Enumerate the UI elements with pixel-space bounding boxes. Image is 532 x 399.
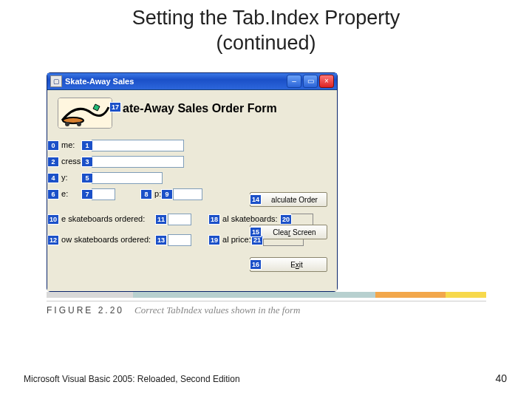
window-icon: ▢ [50, 75, 62, 87]
blue-input[interactable] [168, 214, 191, 225]
calculate-order-button[interactable]: 14 alculate Order [250, 192, 327, 207]
state-input[interactable] [92, 188, 115, 200]
state-label-tabindex-tag: 6 [47, 189, 59, 200]
page-number: 40 [495, 372, 507, 384]
calculate-button-tabindex-tag: 14 [250, 194, 262, 205]
company-logo [58, 98, 112, 129]
maximize-button[interactable]: ▭ [303, 75, 318, 88]
title-line2: (continued) [216, 32, 316, 54]
city-label-tabindex-tag: 4 [47, 173, 59, 183]
zip-label-tabindex-tag: 8 [140, 189, 152, 200]
bar-segment-orange [375, 292, 446, 298]
address-input[interactable] [92, 156, 184, 168]
exit-button-tabindex-tag: 16 [250, 259, 262, 270]
yellow-input-tabindex-tag: 13 [155, 235, 167, 245]
slide-title: Setting the Tab.Index Property (continue… [0, 6, 532, 56]
name-label: me: [61, 140, 75, 149]
window-buttons: – ▭ × [287, 75, 334, 88]
state-label: e: [61, 189, 68, 198]
city-input-tabindex-tag: 5 [81, 173, 93, 183]
price-label: al price: [222, 235, 251, 244]
state-input-tabindex-tag: 7 [81, 189, 93, 200]
window-title: Skate-Away Sales [65, 77, 287, 86]
footer-text: Microsoft Visual Basic 2005: Reloaded, S… [24, 374, 240, 384]
app-window: ▢ Skate-Away Sales – ▭ × 17 ate-Away Sal… [47, 72, 338, 292]
exit-button-label: Exit [274, 261, 303, 269]
name-input-tabindex-tag: 1 [81, 140, 93, 151]
clear-button-tabindex-tag: 15 [250, 227, 262, 237]
blue-input-tabindex-tag: 11 [155, 214, 167, 225]
bar-segment-light [47, 292, 133, 298]
zip-input[interactable] [173, 188, 202, 200]
svg-point-3 [77, 122, 81, 126]
name-label-tabindex-tag: 0 [47, 140, 59, 151]
address-label-tabindex-tag: 2 [47, 157, 59, 167]
total-label: al skateboards: [222, 214, 278, 223]
exit-button[interactable]: 16 Exit [250, 257, 327, 272]
bar-segment-yellow [446, 292, 486, 298]
yellow-input[interactable] [168, 234, 191, 246]
name-input[interactable] [92, 140, 184, 151]
decorative-color-bar [47, 292, 486, 298]
total-output [291, 214, 313, 225]
svg-point-2 [65, 122, 69, 126]
address-label: cress: [61, 157, 83, 166]
calculate-button-label: alculate Order [259, 196, 318, 204]
zip-input-tabindex-tag: 9 [161, 189, 173, 200]
total-label-tabindex-tag: 18 [208, 214, 220, 225]
clear-button-label: Clear Screen [261, 228, 316, 236]
form-heading: ate-Away Sales Order Form [123, 102, 277, 115]
blue-label-tabindex-tag: 10 [47, 214, 59, 225]
yellow-label: ow skateboards ordered: [61, 235, 151, 244]
figure-label: FIGURE 2.20 [47, 305, 124, 316]
yellow-label-tabindex-tag: 12 [47, 235, 59, 245]
figure-caption-strip: FIGURE 2.20 Correct TabIndex values show… [47, 292, 486, 316]
form-client-area: 17 ate-Away Sales Order Form 0 me: 1 2 c… [47, 90, 337, 291]
titlebar: ▢ Skate-Away Sales – ▭ × [47, 73, 337, 90]
city-label: y: [61, 173, 68, 182]
title-line1: Setting the Tab.Index Property [132, 7, 400, 29]
heading-tabindex-tag: 17 [109, 102, 121, 112]
price-label-tabindex-tag: 19 [208, 235, 220, 245]
total-output-tabindex-tag: 20 [280, 214, 292, 225]
close-button[interactable]: × [319, 75, 334, 88]
minimize-button[interactable]: – [287, 75, 301, 88]
city-input[interactable] [92, 172, 163, 184]
figure-caption: Correct TabIndex values shown in the for… [134, 304, 300, 316]
blue-label: e skateboards ordered: [61, 214, 145, 223]
bar-segment-teal [133, 292, 375, 298]
zip-label: p: [154, 189, 161, 198]
address-input-tabindex-tag: 3 [81, 157, 93, 167]
